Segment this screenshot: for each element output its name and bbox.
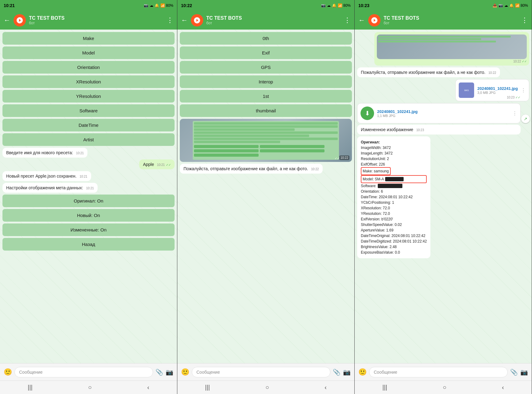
- toggle-original[interactable]: Оригинал: On: [2, 195, 175, 207]
- camera-icon-3: 📷: [498, 3, 503, 8]
- emoji-icon-2[interactable]: 🙂: [181, 368, 189, 376]
- toggle-new[interactable]: Новый: On: [2, 209, 175, 222]
- camera-input-icon-2[interactable]: 📷: [343, 368, 351, 376]
- menu-btn-1st[interactable]: 1st: [180, 90, 352, 103]
- info-line-shutter: ShutterSpeedValue: 0.02: [361, 222, 427, 227]
- info-line-2: ResolutionUnit: 2: [361, 156, 427, 162]
- app-title-block-1: TC TEST BOTS бот: [29, 15, 163, 25]
- thumb-row-1: [378, 36, 511, 38]
- info-line-datetime: DateTime: 2024:08:01 10:22:42: [361, 194, 427, 200]
- back-button-3[interactable]: ←: [358, 16, 365, 24]
- preview-row-7: [194, 141, 280, 143]
- nav-back-icon-1[interactable]: ‹: [147, 384, 149, 391]
- menu-btn-thumbnail[interactable]: thumbnail: [180, 104, 352, 117]
- header-menu-1[interactable]: ⋮: [167, 16, 173, 24]
- nav-home-icon-3[interactable]: ○: [443, 384, 446, 391]
- nav-bar-1: ||| ○ ‹: [0, 380, 177, 394]
- file-received-container: ⬇ 20240801_102241.jpg 1,1 MB JPG ⋮ Измен…: [357, 103, 521, 135]
- preview-btn-5: [194, 154, 259, 157]
- menu-btn-xresolution[interactable]: XResolution: [2, 75, 175, 88]
- header-menu-3[interactable]: ⋮: [521, 16, 528, 24]
- nav-home-icon-2[interactable]: ○: [265, 384, 269, 391]
- top-thumbnail-bubble: 10:22 ✓✓: [374, 32, 529, 66]
- chat-area-3: 10:22 ✓✓ Пожалуйста, отправьте изображен…: [355, 30, 532, 363]
- file-time-1: 10:23 ✓✓: [507, 96, 520, 99]
- back-button-2[interactable]: ←: [181, 16, 188, 24]
- cloud-icon-2: ☁: [327, 3, 331, 8]
- preview-btn-1: [194, 145, 259, 148]
- cloud-icon: ☁: [150, 3, 153, 8]
- signal-icon: 📶 80%: [160, 3, 173, 8]
- status-icons-1: 📷 ☁ 🔔 📶 80%: [144, 3, 173, 8]
- camera-input-icon-1[interactable]: 📷: [166, 368, 173, 376]
- nav-back-icon-3[interactable]: ‹: [502, 384, 504, 391]
- info-line-dto: DateTimeOriginal: 2024:08:01 10:22:42: [361, 233, 427, 239]
- app-subtitle-3: бот: [384, 21, 518, 25]
- top-thumbnail-img: [377, 34, 527, 59]
- menu-btn-software[interactable]: Software: [2, 104, 175, 117]
- message-input-2[interactable]: Сообщение: [192, 367, 330, 377]
- app-title-block-3: TC TEST BOTS бот: [384, 15, 518, 25]
- nav-menu-icon-3[interactable]: |||: [382, 384, 387, 391]
- image-preview-2: [180, 119, 352, 162]
- status-bar-2: 10:22 📷 ☁ 🔔 📶 80%: [177, 0, 354, 11]
- app-subtitle-2: бот: [206, 21, 341, 25]
- menu-btn-interop[interactable]: Interop: [180, 75, 352, 88]
- attach-icon-3[interactable]: 📎: [510, 368, 518, 376]
- btn-back-1[interactable]: Назад: [2, 238, 175, 251]
- nav-home-icon-1[interactable]: ○: [88, 384, 92, 391]
- menu-btn-artist[interactable]: Artist: [2, 133, 175, 146]
- preview-buttons: [194, 145, 338, 157]
- file-info-1: 20240801_102241.jpg 3,0 MB JPG: [477, 86, 518, 94]
- back-button-1[interactable]: ←: [4, 16, 10, 24]
- menu-btn-model[interactable]: Model: [2, 46, 175, 59]
- nav-bar-2: ||| ○ ‹: [177, 380, 354, 394]
- info-line-yres: YResolution: 72.0: [361, 211, 427, 216]
- preview-row-3: [194, 128, 295, 131]
- nav-menu-icon-2[interactable]: |||: [205, 384, 210, 391]
- menu-btn-datetime[interactable]: DateTime: [2, 119, 175, 131]
- file-name-2: 20240801_102241.jpg: [377, 109, 418, 114]
- camera-input-icon-3[interactable]: 📷: [520, 368, 528, 376]
- nav-menu-icon-1[interactable]: |||: [28, 384, 33, 391]
- file-bubble-2: ⬇ 20240801_102241.jpg 1,1 MB JPG ⋮: [357, 103, 521, 123]
- app-title-block-2: TC TEST BOTS бот: [206, 15, 341, 25]
- menu-btn-yresolution[interactable]: YResolution: [2, 90, 175, 103]
- download-button[interactable]: ⬇: [361, 107, 374, 120]
- preview-row-1: [194, 122, 338, 125]
- app-header-3: ← TC TEST BOTS бот ⋮: [355, 11, 532, 30]
- emoji-icon-1[interactable]: 🙂: [4, 368, 12, 376]
- thumb-preview: [377, 34, 527, 59]
- info-line-exposure: ExposureBiasValue: 0.0: [361, 250, 427, 255]
- nav-back-icon-2[interactable]: ‹: [324, 384, 327, 391]
- top-thumb-time: 10:22 ✓✓: [377, 60, 527, 63]
- menu-btn-make[interactable]: Make: [2, 32, 175, 45]
- emoji-icon-3[interactable]: 🙂: [358, 368, 367, 376]
- panel-3: 10:23 📤 📷 ☁ 🔔 📶 80% ← TC TEST BOTS бот ⋮: [355, 0, 532, 394]
- info-line-brightness: BrightnessValue: 2.48: [361, 244, 427, 250]
- toggle-changed[interactable]: Измененные: On: [2, 223, 175, 236]
- app-header-2: ← TC TEST BOTS бот ⋮: [177, 11, 354, 30]
- panel-2: 10:22 📷 ☁ 🔔 📶 80% ← TC TEST BOTS бот ⋮ 0…: [177, 0, 355, 394]
- menu-btn-exif[interactable]: Exif: [180, 46, 352, 59]
- file-check-1: ✓✓: [515, 96, 520, 99]
- header-menu-2[interactable]: ⋮: [344, 16, 351, 24]
- menu-btn-gps[interactable]: GPS: [180, 61, 352, 74]
- file-menu-icon-2[interactable]: ⋮: [512, 111, 517, 116]
- chat-area-2: 0th Exif GPS Interop 1st thumbnail: [177, 30, 354, 363]
- attach-icon-1[interactable]: 📎: [155, 368, 163, 376]
- attach-icon-2[interactable]: 📎: [333, 368, 341, 376]
- message-input-3[interactable]: Сообщение: [369, 367, 508, 377]
- info-line-0: ImageWidth: 3472: [361, 145, 427, 151]
- menu-btn-0th[interactable]: 0th: [180, 32, 352, 45]
- file-menu-icon-1[interactable]: ⋮: [521, 87, 526, 93]
- file-size-2: 1,1 MB JPG: [377, 114, 418, 118]
- msg-send-file-2: Пожалуйста, отправьте изображение как фа…: [180, 164, 323, 174]
- message-input-1[interactable]: Сообщение: [14, 367, 153, 377]
- app-title-3: TC TEST BOTS: [384, 15, 518, 21]
- info-line-3: ExifOffset: 226: [361, 162, 427, 167]
- share-button[interactable]: ↗: [521, 115, 530, 123]
- status-time-2: 10:22: [181, 3, 192, 8]
- menu-btn-orientation[interactable]: Orientation: [2, 61, 175, 74]
- input-bar-3: 🙂 Сообщение 📎 📷: [355, 363, 532, 380]
